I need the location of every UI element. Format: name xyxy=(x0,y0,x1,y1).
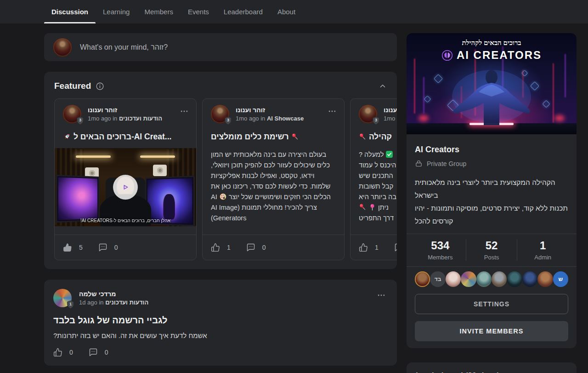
member-avatar[interactable] xyxy=(492,271,507,287)
post-meta: 1mo ago in הודעות ועדכונים xyxy=(384,115,397,123)
play-button[interactable] xyxy=(113,175,138,200)
featured-card[interactable]: 3זוהר וענונו1mo ago in הודעות ועדכונים ק… xyxy=(350,98,397,260)
author-avatar[interactable]: 3 xyxy=(359,105,377,123)
featured-title: Featured xyxy=(54,81,91,91)
comment-button[interactable]: 0 xyxy=(394,243,397,252)
level-badge: 1 xyxy=(67,300,74,309)
card-body: בעולם היצירה עם בינה מלאכותית יש המון כל… xyxy=(211,149,337,224)
banner-title-row: AI CREATORS xyxy=(407,49,577,62)
member-avatar[interactable] xyxy=(415,271,430,287)
like-button[interactable]: 0 xyxy=(53,348,73,357)
stat-value: 1 xyxy=(517,239,568,252)
card-body-line: למעלה ? xyxy=(359,149,397,160)
member-avatar-initials[interactable]: בד xyxy=(430,271,445,287)
group-privacy: Private Group xyxy=(415,160,568,167)
stat-label: Members xyxy=(415,254,466,261)
card-menu-icon[interactable] xyxy=(327,105,338,118)
comment-button[interactable]: 0 xyxy=(89,348,108,357)
author-avatar[interactable]: 3 xyxy=(63,105,81,123)
brain-icon xyxy=(441,50,453,61)
video-caption: אהלן חברים, ברוכים הבאים ל-AI CREATORS! xyxy=(55,218,196,223)
space-name[interactable]: הודעות ועדכונים xyxy=(119,115,162,122)
group-card: ברוכים הבאים לקהילת AI CREATORS AI Creat… xyxy=(407,33,577,348)
featured-card[interactable]: 3זוהר וענונו1mo ago in AI Showcaseרשימת … xyxy=(202,98,345,260)
member-avatar[interactable] xyxy=(461,271,476,287)
like-button[interactable]: 1 xyxy=(211,243,231,252)
member-avatars-row: בדש xyxy=(415,271,568,287)
post-menu-icon[interactable] xyxy=(376,289,387,302)
card-body-line: היכנס ל עמוד xyxy=(359,160,397,171)
comment-button[interactable]: 0 xyxy=(98,243,118,252)
post-meta: 1d ago in הודעות ועדכונים xyxy=(79,298,368,307)
level-badge: 3 xyxy=(76,116,84,125)
hand-glow xyxy=(554,115,565,121)
stat-value: 534 xyxy=(415,239,466,252)
card-title[interactable]: רשימת כלים מומלצים xyxy=(211,131,336,143)
stat-admin: 1Admin xyxy=(517,239,568,261)
member-avatar[interactable] xyxy=(522,271,537,287)
member-avatar[interactable] xyxy=(507,271,522,287)
post-title[interactable]: לגביי הרשמה של גוגל בלבד xyxy=(53,315,387,326)
post-author-avatar[interactable]: 1 xyxy=(53,289,72,307)
member-avatar-initials[interactable]: ש xyxy=(553,271,568,287)
banner-figure xyxy=(436,64,547,125)
stat-posts: 52Posts xyxy=(466,239,517,261)
studio-light xyxy=(76,155,111,158)
video-thumbnail[interactable]: אהלן חברים, ברוכים הבאים ל-AI CREATORS! xyxy=(55,148,196,226)
tab-learning[interactable]: Learning xyxy=(96,0,137,23)
description-line: תכנות ללא קוד, יצירת סרטים, מוסיקה ותמונ… xyxy=(415,202,568,228)
author-name[interactable]: זוהר וענונו xyxy=(384,105,397,115)
card-body-line: קבל תשובות xyxy=(359,181,397,192)
author-block: זוהר וענונו1mo ago in הודעות ועדכונים xyxy=(88,105,172,123)
like-button[interactable]: 1 xyxy=(359,243,379,252)
info-icon[interactable] xyxy=(96,82,104,91)
post-author-name[interactable]: מרדכי שלמה xyxy=(79,289,368,298)
comment-count: 0 xyxy=(105,349,108,356)
monitor-left xyxy=(56,175,99,223)
chevron-up-icon[interactable] xyxy=(379,82,387,90)
post-space-name[interactable]: הודעות ועדכונים xyxy=(105,299,148,306)
member-avatar[interactable] xyxy=(537,271,553,287)
card-title[interactable]: קהילה xyxy=(359,131,397,143)
tab-members[interactable]: Members xyxy=(137,0,181,23)
card-header: 3זוהר וענונו1mo ago in הודעות ועדכונים xyxy=(55,99,196,123)
speaker xyxy=(153,165,167,176)
featured-card[interactable]: 3זוהר וענונו1mo ago in הודעות ועדכונים ב… xyxy=(54,98,197,260)
member-avatar[interactable] xyxy=(476,271,492,287)
comment-icon xyxy=(246,243,255,252)
space-name[interactable]: AI Showcase xyxy=(267,115,304,122)
card-menu-icon[interactable] xyxy=(179,105,190,118)
tab-about[interactable]: About xyxy=(270,0,303,23)
banner-welcome-text: ברוכים הבאים לקהילת xyxy=(407,39,577,47)
main-column: What's on your mind, זוהר? Featured 3זוה… xyxy=(44,33,397,366)
tab-events[interactable]: Events xyxy=(181,0,216,23)
tab-discussion[interactable]: Discussion xyxy=(44,0,96,23)
post-body: אשמח לדעת איך עושים את זה. והאם יש בזה י… xyxy=(53,332,387,339)
post-composer[interactable]: What's on your mind, זוהר? xyxy=(44,33,397,61)
author-avatar[interactable]: 3 xyxy=(211,105,229,123)
banner-title: AI CREATORS xyxy=(457,49,542,62)
card-title[interactable]: ברוכים הבאים ל-AI Creat... xyxy=(63,131,188,143)
author-name[interactable]: זוהר וענונו xyxy=(88,105,172,115)
card-body: למעלה ?היכנס ל עמודהתכנים שישקבל תשובותב… xyxy=(359,149,397,224)
comment-icon xyxy=(98,243,107,252)
check-icon xyxy=(385,150,393,158)
leaderboard-card: Leaderboard (30-days) xyxy=(407,362,577,373)
tab-leaderboard[interactable]: Leaderboard xyxy=(216,0,270,23)
member-avatar[interactable] xyxy=(446,271,461,287)
stat-label: Admin xyxy=(517,254,568,261)
author-name[interactable]: זוהר וענונו xyxy=(236,105,320,115)
feed-post[interactable]: 1 מרדכי שלמה 1d ago in הודעות ועדכונים ל… xyxy=(44,280,397,366)
post-author-block: מרדכי שלמה 1d ago in הודעות ועדכונים xyxy=(79,289,368,307)
like-button[interactable]: 5 xyxy=(63,243,83,252)
card-body-line: ניתן xyxy=(359,202,397,213)
settings-button[interactable]: SETTINGS xyxy=(415,294,568,314)
invite-members-button[interactable]: INVITE MEMBERS xyxy=(415,321,568,341)
comment-button[interactable]: 0 xyxy=(246,243,266,252)
thumbs-up-icon xyxy=(63,243,72,252)
like-count: 0 xyxy=(69,349,73,356)
composer-prompt[interactable]: What's on your mind, זוהר? xyxy=(80,43,168,52)
current-user-avatar[interactable] xyxy=(53,38,72,57)
community-page: DiscussionLearningMembersEventsLeaderboa… xyxy=(0,0,588,373)
group-description: הקהילה המקצועית ביותר ליוצרי בינה מלאכות… xyxy=(415,176,568,228)
